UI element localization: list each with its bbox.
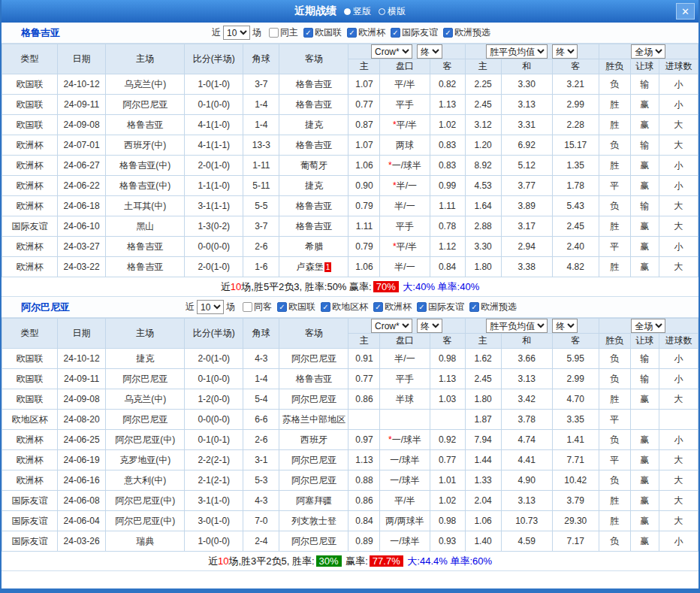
odds-time-select[interactable]: 终 xyxy=(417,44,442,59)
close-button[interactable]: ✕ xyxy=(676,3,695,20)
home-team-cell: 乌克兰(中) xyxy=(106,74,185,95)
draw-odds-cell: 3.42 xyxy=(501,389,552,410)
score-cell: 2-0(1-0) xyxy=(185,257,243,277)
wdl-source-select[interactable]: 胜平负均值 xyxy=(486,319,548,333)
match-count-select[interactable]: 10 xyxy=(197,300,224,314)
handicap-result-cell: 赢 xyxy=(630,389,659,410)
result-cell: 平 xyxy=(599,450,630,470)
checkbox-checked[interactable]: ✓ xyxy=(417,302,427,312)
checkbox-checked[interactable]: ✓ xyxy=(347,28,357,38)
league-cell: 欧国联 xyxy=(2,95,58,115)
away-team-cell: 阿尔巴尼亚 xyxy=(279,470,348,491)
checkbox-unchecked[interactable] xyxy=(243,302,252,312)
wdl-time-select[interactable]: 终 xyxy=(552,44,578,59)
win-odds-cell: 2.45 xyxy=(465,95,501,115)
goals-cell: 大 xyxy=(659,450,698,470)
league-cell: 欧洲杯 xyxy=(2,176,58,196)
summary-part: 30% xyxy=(316,555,342,567)
lose-odds-cell: 1.41 xyxy=(552,430,599,450)
odds-source-select[interactable]: Crow* xyxy=(371,44,412,59)
scope-select[interactable]: 全场 xyxy=(631,319,665,333)
asian-home-odds-cell: 0.90 xyxy=(348,176,380,196)
summary-part: 大:44.4% 单率:60% xyxy=(405,555,492,568)
handicap-cell: 平/半 xyxy=(380,491,430,511)
checkbox-checked[interactable]: ✓ xyxy=(303,28,313,38)
score-cell: 0-1(0-1) xyxy=(185,430,243,450)
draw-odds-cell: 3.89 xyxy=(501,196,552,216)
col-subheader: 客 xyxy=(552,59,599,74)
result-cell: 平 xyxy=(599,237,630,257)
wdl-source-select[interactable]: 胜平负均值 xyxy=(486,44,548,59)
checkbox-checked[interactable]: ✓ xyxy=(373,302,383,312)
draw-odds-cell: 4.90 xyxy=(501,470,552,491)
date-cell: 24-06-18 xyxy=(58,196,106,216)
view-option-unselected[interactable]: 横版 xyxy=(379,5,406,18)
result-cell: 负 xyxy=(599,430,630,450)
filter-checkbox-label: 欧洲杯 xyxy=(385,301,412,313)
filter-checkbox-label: 同客 xyxy=(254,301,272,313)
view-option-selected[interactable]: 竖版 xyxy=(344,5,371,18)
col-header: 主场 xyxy=(106,319,185,349)
wdl-time-select[interactable]: 终 xyxy=(552,319,578,333)
checkbox-checked[interactable]: ✓ xyxy=(321,302,330,312)
scope-select[interactable]: 全场 xyxy=(631,44,665,59)
filter-bar: 阿尔巴尼亚近10场同客✓欧国联✓欧地区杯✓欧洲杯✓国际友谊✓欧洲预选 xyxy=(2,297,698,318)
result-cell: 负 xyxy=(599,470,630,491)
asian-home-odds-cell: 1.07 xyxy=(348,135,380,156)
corner-cell: 5-3 xyxy=(243,470,279,491)
away-team-cell: 捷克 xyxy=(279,176,348,196)
goals-cell: 小 xyxy=(659,176,698,196)
asian-away-odds-cell: 0.84 xyxy=(430,257,465,277)
match-count-select[interactable]: 10 xyxy=(223,26,250,40)
asian-away-odds-cell: 1.03 xyxy=(430,389,465,410)
col-subheader: 客 xyxy=(430,59,465,74)
filter-bar: 格鲁吉亚近10场同主✓欧国联✓欧洲杯✓国际友谊✓欧洲预选 xyxy=(2,23,698,44)
draw-odds-cell: 3.13 xyxy=(501,491,552,511)
asterisk-icon: * xyxy=(393,180,397,191)
handicap-cell: *一/球半 xyxy=(380,156,430,176)
checkbox-checked[interactable]: ✓ xyxy=(443,28,453,38)
checkbox-checked[interactable]: ✓ xyxy=(469,302,479,312)
lose-odds-cell: 29.30 xyxy=(552,511,599,531)
home-team-cell: 意大利(中) xyxy=(106,470,185,491)
asterisk-icon: * xyxy=(393,120,397,130)
col-header: 日期 xyxy=(58,319,106,349)
filter-checkbox-label: 欧地区杯 xyxy=(332,301,368,313)
asian-home-odds-cell: 0.86 xyxy=(348,491,380,511)
filter-checkbox-label: 欧国联 xyxy=(315,26,342,39)
col-header: 角球 xyxy=(243,44,279,74)
away-team-cell: 格鲁吉亚 xyxy=(279,216,348,237)
handicap-result-cell: 赢 xyxy=(630,430,659,450)
col-header: 比分(半场) xyxy=(185,44,243,74)
checkbox-unchecked[interactable] xyxy=(269,28,279,38)
match-row: 欧洲杯24-07-01西班牙(中)4-1(1-1)13-3格鲁吉亚1.07两球0… xyxy=(2,135,698,156)
league-cell: 欧洲杯 xyxy=(2,135,58,156)
filter-checkbox-label: 欧国联 xyxy=(288,301,315,313)
goals-cell xyxy=(659,410,698,430)
away-team-cell: 苏格兰中部地区 xyxy=(279,410,348,430)
asian-away-odds-cell: 1.11 xyxy=(430,196,465,216)
checkbox-checked[interactable]: ✓ xyxy=(277,302,287,312)
odds-header-cell: Crow*终 xyxy=(348,44,465,59)
summary-bar: 近10场,胜3平2负5, 胜率:30% 赢率:77.7% 大:44.4% 单率:… xyxy=(2,552,698,571)
corner-cell: 1-6 xyxy=(243,257,279,277)
draw-odds-cell: 3.78 xyxy=(501,410,552,430)
col-subheader: 客 xyxy=(430,334,465,349)
away-team-cell: 捷克 xyxy=(279,115,348,135)
lose-odds-cell: 2.28 xyxy=(552,115,599,135)
checkbox-checked[interactable]: ✓ xyxy=(391,28,400,38)
asian-home-odds-cell: 0.89 xyxy=(348,531,380,552)
asian-home-odds-cell: 0.84 xyxy=(348,511,380,531)
corner-cell: 1-4 xyxy=(243,369,279,389)
date-cell: 24-06-27 xyxy=(58,156,106,176)
asian-home-odds-cell: 1.06 xyxy=(348,257,380,277)
summary-bar: 近10场,胜5平2负3, 胜率:50% 赢率:70% 大:40% 单率:40% xyxy=(2,277,698,297)
odds-source-select[interactable]: Crow* xyxy=(371,319,412,333)
odds-time-select[interactable]: 终 xyxy=(417,319,442,333)
asian-home-odds-cell xyxy=(348,410,380,430)
win-odds-cell: 7.94 xyxy=(465,430,501,450)
filter-checkbox-label: 欧洲杯 xyxy=(358,26,385,39)
col-subheader: 客 xyxy=(552,334,599,349)
draw-odds-cell: 6.92 xyxy=(501,135,552,156)
asian-home-odds-cell: 0.97 xyxy=(348,430,380,450)
